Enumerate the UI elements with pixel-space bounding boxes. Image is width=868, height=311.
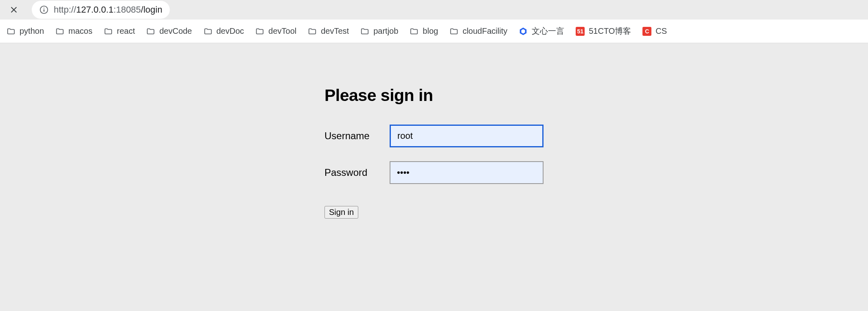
login-form: Please sign in Username Password Sign in (324, 86, 544, 219)
bookmark-folder-cloudfacility[interactable]: cloudFacility (444, 24, 513, 38)
bookmark-folder-devtest[interactable]: devTest (302, 24, 355, 38)
bookmark-label: partjob (373, 26, 398, 36)
bookmark-folder-devtool[interactable]: devTool (250, 24, 302, 38)
close-icon[interactable] (8, 4, 20, 15)
bookmark-label: devDoc (217, 26, 244, 36)
bookmark-folder-devdoc[interactable]: devDoc (198, 24, 250, 38)
bookmark-folder-blog[interactable]: blog (404, 24, 444, 38)
wenxin-icon (519, 27, 528, 36)
folder-icon (308, 27, 317, 36)
info-icon[interactable] (39, 5, 49, 15)
bookmark-site-51cto[interactable]: 51 51CTO博客 (570, 23, 637, 39)
bookmark-folder-macos[interactable]: macos (50, 24, 98, 38)
bookmark-folder-partjob[interactable]: partjob (355, 24, 404, 38)
password-input[interactable] (390, 161, 544, 184)
url-text: http://127.0.0.1:18085/login (54, 4, 162, 15)
address-bar[interactable]: http://127.0.0.1:18085/login (32, 1, 170, 19)
bookmark-label: blog (423, 26, 438, 36)
folder-icon (146, 27, 155, 36)
password-label: Password (324, 167, 390, 178)
bookmark-label: macos (68, 26, 92, 36)
password-row: Password (324, 161, 544, 184)
bookmark-label: python (20, 26, 44, 36)
folder-icon (410, 27, 419, 36)
cs-icon: C (642, 27, 651, 36)
username-input[interactable] (390, 125, 544, 147)
bookmark-folder-python[interactable]: python (1, 24, 50, 38)
bookmarks-bar: python macos react devCode devDoc devToo… (0, 20, 868, 43)
bookmark-label: 文心一言 (532, 26, 564, 37)
bookmark-label: react (117, 26, 135, 36)
folder-icon (104, 27, 113, 36)
cto51-icon: 51 (576, 27, 585, 36)
folder-icon (204, 27, 213, 36)
bookmark-site-cs[interactable]: C CS (637, 24, 673, 38)
page-content: Please sign in Username Password Sign in (0, 43, 868, 219)
folder-icon (449, 27, 458, 36)
bookmark-label: devCode (159, 26, 192, 36)
browser-toolbar: http://127.0.0.1:18085/login (0, 0, 868, 20)
bookmark-folder-react[interactable]: react (98, 24, 140, 38)
svg-point-4 (44, 8, 44, 9)
bookmark-label: devTool (268, 26, 296, 36)
signin-button[interactable]: Sign in (324, 206, 358, 219)
username-label: Username (324, 130, 390, 142)
bookmark-label: CS (655, 26, 667, 36)
bookmark-folder-devcode[interactable]: devCode (140, 24, 197, 38)
folder-icon (255, 27, 264, 36)
bookmark-label: 51CTO博客 (589, 26, 631, 37)
page-title: Please sign in (324, 86, 544, 105)
username-row: Username (324, 125, 544, 147)
folder-icon (7, 27, 15, 36)
bookmark-label: cloudFacility (462, 26, 507, 36)
folder-icon (360, 27, 369, 36)
folder-icon (55, 27, 64, 36)
bookmark-site-wenxin[interactable]: 文心一言 (513, 23, 570, 39)
bookmark-label: devTest (321, 26, 349, 36)
